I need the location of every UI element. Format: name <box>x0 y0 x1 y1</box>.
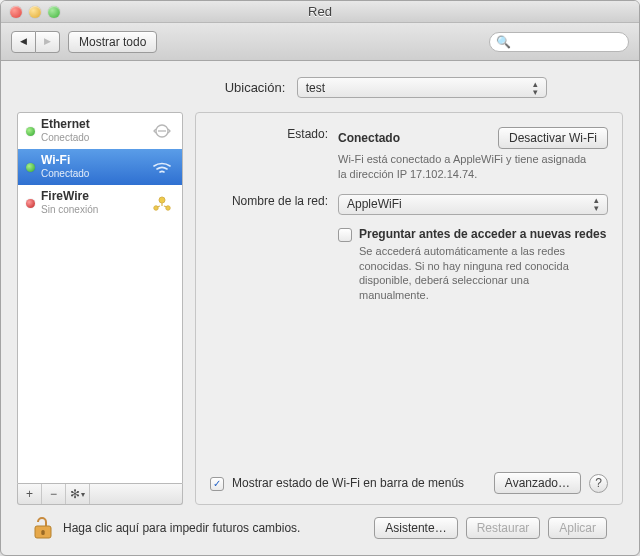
chevron-right-icon: ▶ <box>44 37 51 46</box>
menubar-status-checkbox[interactable]: ✓ <box>210 477 224 491</box>
status-value: Conectado <box>338 131 400 145</box>
wifi-icon <box>150 157 174 177</box>
location-value: test <box>306 81 325 95</box>
nav-segment: ◀ ▶ <box>11 31 60 53</box>
interface-sub: Conectado <box>41 132 90 144</box>
updown-icon: ▴▾ <box>590 196 603 212</box>
titlebar: Red <box>1 1 639 23</box>
toggle-wifi-button[interactable]: Desactivar Wi-Fi <box>498 127 608 149</box>
svg-rect-5 <box>41 530 44 535</box>
interface-sidebar: Ethernet Conectado Wi-Fi Conectado <box>17 112 183 505</box>
lock-hint: Haga clic aquí para impedir futuros camb… <box>63 521 300 535</box>
location-row: Ubicación: test ▴▾ <box>17 77 623 98</box>
location-popup[interactable]: test ▴▾ <box>297 77 547 98</box>
details-panel: Estado: Conectado Desactivar Wi-Fi Wi-Fi… <box>195 112 623 505</box>
menubar-status-label: Mostrar estado de Wi-Fi en barra de menú… <box>232 476 464 490</box>
network-name-label: Nombre de la red: <box>210 194 338 215</box>
network-name-value: AppleWiFi <box>347 197 402 211</box>
back-button[interactable]: ◀ <box>11 31 36 53</box>
add-interface-button[interactable]: + <box>18 484 42 504</box>
chevron-left-icon: ◀ <box>20 37 27 46</box>
svg-point-1 <box>159 197 165 203</box>
firewire-icon <box>150 193 174 213</box>
ask-join-checkbox[interactable] <box>338 228 352 242</box>
interface-sub: Conectado <box>41 168 89 180</box>
help-button[interactable]: ? <box>589 474 608 493</box>
ethernet-icon <box>150 121 174 141</box>
network-name-popup[interactable]: AppleWiFi ▴▾ <box>338 194 608 215</box>
interface-actions-button[interactable]: ✻▾ <box>66 484 90 504</box>
interface-item-wifi[interactable]: Wi-Fi Conectado <box>18 149 182 185</box>
ask-join-description: Se accederá automáticamente a las redes … <box>359 244 599 303</box>
forward-button[interactable]: ▶ <box>36 31 60 53</box>
gear-icon: ✻ <box>70 487 80 501</box>
main-split: Ethernet Conectado Wi-Fi Conectado <box>17 112 623 505</box>
toolbar: ◀ ▶ Mostrar todo 🔍 <box>1 23 639 61</box>
window-title: Red <box>1 4 639 19</box>
status-dot-icon <box>26 127 35 136</box>
remove-interface-button[interactable]: − <box>42 484 66 504</box>
interface-list[interactable]: Ethernet Conectado Wi-Fi Conectado <box>17 112 183 484</box>
interface-sub: Sin conexión <box>41 204 98 216</box>
ask-join-label: Preguntar antes de acceder a nuevas rede… <box>359 227 606 241</box>
status-label: Estado: <box>210 127 338 182</box>
footer: Haga clic aquí para impedir futuros camb… <box>17 505 623 555</box>
prefs-window: Red ◀ ▶ Mostrar todo 🔍 Ubicación: test ▴… <box>0 0 640 556</box>
restore-button[interactable]: Restaurar <box>466 517 541 539</box>
location-label: Ubicación: <box>93 80 293 95</box>
interface-item-ethernet[interactable]: Ethernet Conectado <box>18 113 182 149</box>
status-description: Wi-Fi está conectado a AppleWiFi y tiene… <box>338 152 588 182</box>
interface-name: FireWire <box>41 190 98 204</box>
show-all-button[interactable]: Mostrar todo <box>68 31 157 53</box>
list-toolbar: + − ✻▾ <box>17 484 183 505</box>
status-dot-icon <box>26 163 35 172</box>
lock-button[interactable] <box>33 515 55 541</box>
content-area: Ubicación: test ▴▾ Ethernet Conectado <box>1 61 639 555</box>
assistant-button[interactable]: Asistente… <box>374 517 457 539</box>
interface-name: Ethernet <box>41 118 90 132</box>
chevron-down-icon: ▾ <box>81 490 85 499</box>
search-icon: 🔍 <box>496 35 511 49</box>
status-dot-icon <box>26 199 35 208</box>
interface-item-firewire[interactable]: FireWire Sin conexión <box>18 185 182 221</box>
search-field[interactable]: 🔍 <box>489 32 629 52</box>
interface-name: Wi-Fi <box>41 154 89 168</box>
advanced-button[interactable]: Avanzado… <box>494 472 581 494</box>
updown-icon: ▴▾ <box>529 80 542 96</box>
search-input[interactable] <box>515 35 640 49</box>
apply-button[interactable]: Aplicar <box>548 517 607 539</box>
lock-open-icon <box>33 515 55 541</box>
